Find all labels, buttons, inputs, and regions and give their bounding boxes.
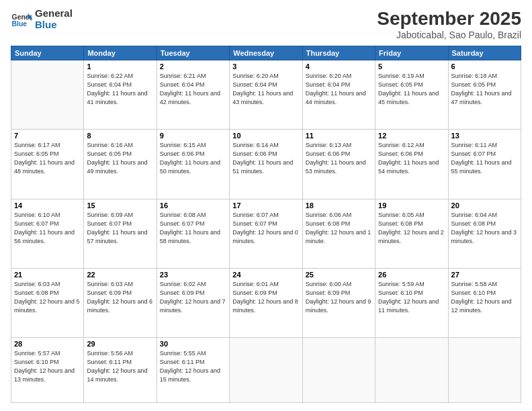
day-number: 30: [160, 340, 226, 348]
weekday-header: Friday: [375, 46, 448, 60]
day-number: 9: [160, 132, 226, 140]
calendar-cell: 27Sunrise: 5:58 AMSunset: 6:10 PMDayligh…: [448, 268, 521, 337]
calendar-cell: 21Sunrise: 6:03 AMSunset: 6:08 PMDayligh…: [11, 268, 84, 337]
calendar-cell: 8Sunrise: 6:16 AMSunset: 6:05 PMDaylight…: [84, 130, 157, 199]
day-number: 19: [378, 201, 445, 210]
day-info: Sunrise: 5:59 AMSunset: 6:10 PMDaylight:…: [378, 280, 445, 315]
day-number: 3: [232, 62, 299, 71]
logo-icon: General Blue: [11, 9, 32, 30]
day-info: Sunrise: 6:09 AMSunset: 6:07 PMDaylight:…: [87, 211, 153, 246]
calendar-week-row: 1Sunrise: 6:22 AMSunset: 6:04 PMDaylight…: [11, 60, 521, 130]
calendar-cell: 24Sunrise: 6:01 AMSunset: 6:09 PMDayligh…: [230, 268, 302, 337]
calendar-cell: 19Sunrise: 6:05 AMSunset: 6:08 PMDayligh…: [375, 199, 448, 268]
day-number: 8: [87, 132, 153, 140]
calendar-cell: 16Sunrise: 6:08 AMSunset: 6:07 PMDayligh…: [157, 199, 229, 268]
logo-text: General Blue: [35, 8, 73, 30]
calendar-week-row: 14Sunrise: 6:10 AMSunset: 6:07 PMDayligh…: [11, 199, 521, 268]
day-number: 22: [87, 271, 153, 279]
day-number: 14: [14, 201, 81, 210]
calendar-cell: 20Sunrise: 6:04 AMSunset: 6:08 PMDayligh…: [448, 199, 521, 268]
calendar-cell: 3Sunrise: 6:20 AMSunset: 6:04 PMDaylight…: [230, 60, 302, 130]
calendar-cell: 7Sunrise: 6:17 AMSunset: 6:05 PMDaylight…: [11, 130, 84, 199]
day-info: Sunrise: 6:16 AMSunset: 6:05 PMDaylight:…: [87, 141, 153, 176]
calendar-cell: 14Sunrise: 6:10 AMSunset: 6:07 PMDayligh…: [11, 199, 84, 268]
day-number: 17: [232, 201, 299, 210]
day-info: Sunrise: 6:19 AMSunset: 6:05 PMDaylight:…: [378, 72, 445, 107]
calendar-cell: [375, 338, 448, 403]
calendar-cell: 5Sunrise: 6:19 AMSunset: 6:05 PMDaylight…: [375, 60, 448, 130]
day-info: Sunrise: 5:58 AMSunset: 6:10 PMDaylight:…: [451, 280, 518, 315]
day-info: Sunrise: 6:03 AMSunset: 6:09 PMDaylight:…: [87, 280, 153, 315]
day-number: 26: [378, 271, 445, 279]
weekday-header: Tuesday: [157, 46, 229, 60]
day-info: Sunrise: 6:17 AMSunset: 6:05 PMDaylight:…: [14, 141, 81, 176]
day-info: Sunrise: 6:21 AMSunset: 6:04 PMDaylight:…: [160, 72, 226, 107]
day-info: Sunrise: 6:01 AMSunset: 6:09 PMDaylight:…: [232, 280, 299, 315]
day-number: 23: [160, 271, 226, 279]
calendar-cell: 1Sunrise: 6:22 AMSunset: 6:04 PMDaylight…: [84, 60, 157, 130]
day-number: 20: [451, 201, 518, 210]
calendar-cell: 2Sunrise: 6:21 AMSunset: 6:04 PMDaylight…: [157, 60, 229, 130]
calendar-week-row: 21Sunrise: 6:03 AMSunset: 6:08 PMDayligh…: [11, 268, 521, 337]
calendar-cell: 29Sunrise: 5:56 AMSunset: 6:11 PMDayligh…: [84, 338, 157, 403]
day-number: 4: [306, 62, 372, 71]
location: Jaboticabal, Sao Paulo, Brazil: [377, 30, 521, 40]
calendar-cell: 25Sunrise: 6:00 AMSunset: 6:09 PMDayligh…: [302, 268, 375, 337]
day-number: 25: [306, 271, 372, 279]
calendar-cell: 26Sunrise: 5:59 AMSunset: 6:10 PMDayligh…: [375, 268, 448, 337]
day-number: 13: [451, 132, 518, 140]
day-number: 5: [378, 62, 445, 71]
day-info: Sunrise: 6:20 AMSunset: 6:04 PMDaylight:…: [232, 72, 299, 107]
day-number: 18: [306, 201, 372, 210]
calendar-cell: [230, 338, 302, 403]
calendar-cell: 15Sunrise: 6:09 AMSunset: 6:07 PMDayligh…: [84, 199, 157, 268]
calendar-week-row: 28Sunrise: 5:57 AMSunset: 6:10 PMDayligh…: [11, 338, 521, 403]
day-info: Sunrise: 6:11 AMSunset: 6:07 PMDaylight:…: [451, 141, 518, 176]
day-info: Sunrise: 6:13 AMSunset: 6:06 PMDaylight:…: [306, 141, 372, 176]
day-number: 21: [14, 271, 81, 279]
calendar-cell: [11, 60, 84, 130]
calendar-cell: 17Sunrise: 6:07 AMSunset: 6:07 PMDayligh…: [230, 199, 302, 268]
day-info: Sunrise: 6:03 AMSunset: 6:08 PMDaylight:…: [14, 280, 81, 315]
logo-line2: Blue: [35, 19, 73, 31]
day-info: Sunrise: 5:56 AMSunset: 6:11 PMDaylight:…: [87, 349, 153, 384]
header: General Blue General Blue September 2025…: [11, 8, 521, 40]
calendar-cell: 6Sunrise: 6:18 AMSunset: 6:05 PMDaylight…: [448, 60, 521, 130]
day-number: 2: [160, 62, 226, 71]
day-number: 1: [87, 62, 153, 71]
calendar-cell: 22Sunrise: 6:03 AMSunset: 6:09 PMDayligh…: [84, 268, 157, 337]
calendar-week-row: 7Sunrise: 6:17 AMSunset: 6:05 PMDaylight…: [11, 130, 521, 199]
day-info: Sunrise: 6:05 AMSunset: 6:08 PMDaylight:…: [378, 211, 445, 246]
day-number: 7: [14, 132, 81, 140]
calendar-cell: 23Sunrise: 6:02 AMSunset: 6:09 PMDayligh…: [157, 268, 229, 337]
day-number: 27: [451, 271, 518, 279]
calendar-cell: 18Sunrise: 6:06 AMSunset: 6:08 PMDayligh…: [302, 199, 375, 268]
day-number: 16: [160, 201, 226, 210]
title-block: September 2025 Jaboticabal, Sao Paulo, B…: [377, 8, 521, 40]
day-info: Sunrise: 6:18 AMSunset: 6:05 PMDaylight:…: [451, 72, 518, 107]
day-number: 12: [378, 132, 445, 140]
calendar-cell: 12Sunrise: 6:12 AMSunset: 6:06 PMDayligh…: [375, 130, 448, 199]
weekday-header: Thursday: [302, 46, 375, 60]
day-info: Sunrise: 6:12 AMSunset: 6:06 PMDaylight:…: [378, 141, 445, 176]
day-number: 11: [306, 132, 372, 140]
calendar-page: General Blue General Blue September 2025…: [0, 0, 532, 411]
calendar-cell: 30Sunrise: 5:55 AMSunset: 6:11 PMDayligh…: [157, 338, 229, 403]
day-info: Sunrise: 6:22 AMSunset: 6:04 PMDaylight:…: [87, 72, 153, 107]
month-title: September 2025: [377, 8, 521, 30]
calendar-cell: 13Sunrise: 6:11 AMSunset: 6:07 PMDayligh…: [448, 130, 521, 199]
logo-line1: General: [35, 8, 73, 19]
day-info: Sunrise: 6:06 AMSunset: 6:08 PMDaylight:…: [306, 211, 372, 246]
day-number: 6: [451, 62, 518, 71]
day-number: 28: [14, 340, 81, 348]
day-info: Sunrise: 6:07 AMSunset: 6:07 PMDaylight:…: [232, 211, 299, 246]
calendar-cell: [302, 338, 375, 403]
calendar-cell: 10Sunrise: 6:14 AMSunset: 6:06 PMDayligh…: [230, 130, 302, 199]
day-info: Sunrise: 6:10 AMSunset: 6:07 PMDaylight:…: [14, 211, 81, 246]
day-info: Sunrise: 5:57 AMSunset: 6:10 PMDaylight:…: [14, 349, 81, 384]
calendar-cell: 9Sunrise: 6:15 AMSunset: 6:06 PMDaylight…: [157, 130, 229, 199]
day-info: Sunrise: 5:55 AMSunset: 6:11 PMDaylight:…: [160, 349, 226, 384]
calendar-cell: 4Sunrise: 6:20 AMSunset: 6:04 PMDaylight…: [302, 60, 375, 130]
day-number: 29: [87, 340, 153, 348]
day-info: Sunrise: 6:14 AMSunset: 6:06 PMDaylight:…: [232, 141, 299, 176]
